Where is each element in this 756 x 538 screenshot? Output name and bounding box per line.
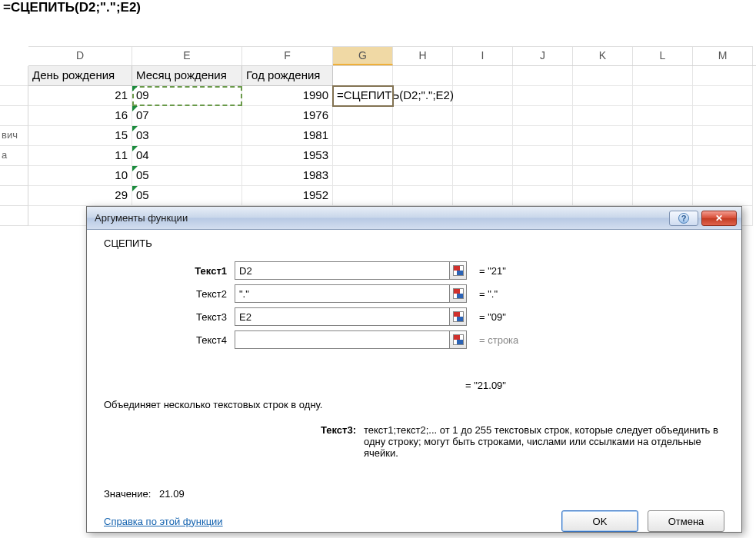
- table-header[interactable]: Год рождения: [242, 66, 333, 86]
- cell[interactable]: [573, 86, 633, 106]
- cell[interactable]: [513, 106, 573, 126]
- argument-evaluated: = ".": [479, 288, 498, 300]
- argument-input[interactable]: [235, 261, 450, 280]
- cell[interactable]: 07: [132, 106, 242, 126]
- cell[interactable]: [633, 106, 693, 126]
- cell[interactable]: [573, 106, 633, 126]
- cell[interactable]: [693, 86, 753, 106]
- cell[interactable]: [393, 146, 453, 166]
- cell[interactable]: [633, 186, 693, 206]
- column-header-H[interactable]: H: [393, 46, 453, 65]
- cell[interactable]: [333, 166, 393, 186]
- cell[interactable]: [513, 126, 573, 146]
- column-header-F[interactable]: F: [242, 46, 333, 65]
- cell[interactable]: 21: [28, 86, 132, 106]
- help-link[interactable]: Справка по этой функции: [104, 516, 223, 527]
- cell[interactable]: [513, 186, 573, 206]
- row-gutter: [0, 86, 28, 106]
- cell[interactable]: [333, 146, 393, 166]
- column-header-I[interactable]: I: [453, 46, 513, 65]
- cell[interactable]: 1976: [242, 106, 333, 126]
- cell[interactable]: [453, 166, 513, 186]
- table-header[interactable]: День рождения: [28, 66, 132, 86]
- cell[interactable]: 03: [132, 126, 242, 146]
- close-button[interactable]: ✕: [701, 211, 737, 226]
- cell[interactable]: [693, 126, 753, 146]
- range-selector-button[interactable]: [450, 307, 467, 326]
- cell[interactable]: [393, 186, 453, 206]
- argument-row: Текст1= "21": [104, 261, 724, 280]
- cell[interactable]: 11: [28, 146, 132, 166]
- cell[interactable]: [333, 186, 393, 206]
- argument-row: Текст2= ".": [104, 284, 724, 303]
- cell[interactable]: [573, 146, 633, 166]
- cell[interactable]: 1952: [242, 186, 333, 206]
- cell[interactable]: [573, 126, 633, 146]
- cell[interactable]: [513, 66, 573, 86]
- cell[interactable]: [693, 146, 753, 166]
- cell[interactable]: [393, 166, 453, 186]
- cell[interactable]: [513, 166, 573, 186]
- column-header-K[interactable]: K: [573, 46, 633, 65]
- cell[interactable]: [393, 66, 453, 86]
- cell[interactable]: 09: [132, 86, 242, 106]
- cell[interactable]: [693, 166, 753, 186]
- cell[interactable]: [633, 86, 693, 106]
- cell[interactable]: 1981: [242, 126, 333, 146]
- cell[interactable]: [513, 86, 573, 106]
- cancel-button[interactable]: Отмена: [648, 510, 724, 532]
- cell[interactable]: [573, 186, 633, 206]
- formula-bar[interactable]: =СЦЕПИТЬ(D2;".";E2): [0, 0, 756, 15]
- table-header[interactable]: Месяц рождения: [132, 66, 242, 86]
- column-header-J[interactable]: J: [513, 46, 573, 65]
- range-selector-icon: [453, 288, 464, 299]
- cell[interactable]: [453, 86, 513, 106]
- cell[interactable]: 16: [28, 106, 132, 126]
- cell[interactable]: 04: [132, 146, 242, 166]
- column-header-L[interactable]: L: [633, 46, 693, 65]
- cell[interactable]: =СЦЕПИТЬ(D2;".";E2): [333, 86, 393, 106]
- column-header-E[interactable]: E: [132, 46, 242, 65]
- ok-button[interactable]: OK: [561, 510, 638, 532]
- cell[interactable]: 05: [132, 166, 242, 186]
- cell[interactable]: [693, 106, 753, 126]
- argument-input[interactable]: [235, 307, 450, 326]
- cell[interactable]: 10: [28, 166, 132, 186]
- column-header-M[interactable]: M: [693, 46, 753, 65]
- cell[interactable]: [393, 106, 453, 126]
- cell[interactable]: 1990: [242, 86, 333, 106]
- cell[interactable]: [693, 66, 753, 86]
- cell[interactable]: [573, 66, 633, 86]
- range-selector-button[interactable]: [450, 330, 467, 349]
- spreadsheet: DEFGHIJKLM День рожденияМесяц рожденияГо…: [0, 46, 756, 226]
- cell[interactable]: [633, 66, 693, 86]
- cell[interactable]: [333, 66, 393, 86]
- cell[interactable]: 1953: [242, 146, 333, 166]
- cell[interactable]: [393, 126, 453, 146]
- cell[interactable]: [633, 146, 693, 166]
- cell[interactable]: 15: [28, 126, 132, 146]
- cell[interactable]: [453, 146, 513, 166]
- argument-input[interactable]: [235, 330, 450, 349]
- cell[interactable]: [573, 166, 633, 186]
- cell[interactable]: [333, 126, 393, 146]
- cell[interactable]: 05: [132, 186, 242, 206]
- cell[interactable]: [633, 126, 693, 146]
- cell[interactable]: [453, 126, 513, 146]
- cell[interactable]: 1983: [242, 166, 333, 186]
- cell[interactable]: [453, 106, 513, 126]
- range-selector-button[interactable]: [450, 284, 467, 303]
- cell[interactable]: [333, 106, 393, 126]
- argument-input[interactable]: [235, 284, 450, 303]
- column-header-D[interactable]: D: [28, 46, 132, 65]
- cell[interactable]: [513, 146, 573, 166]
- cell[interactable]: [453, 66, 513, 86]
- cell[interactable]: [633, 166, 693, 186]
- cell[interactable]: 29: [28, 186, 132, 206]
- cell[interactable]: [693, 186, 753, 206]
- cell[interactable]: [453, 186, 513, 206]
- help-button[interactable]: ?: [669, 211, 698, 226]
- dialog-titlebar[interactable]: Аргументы функции ? ✕: [87, 207, 741, 230]
- column-header-G[interactable]: G: [333, 46, 393, 65]
- range-selector-button[interactable]: [450, 261, 467, 280]
